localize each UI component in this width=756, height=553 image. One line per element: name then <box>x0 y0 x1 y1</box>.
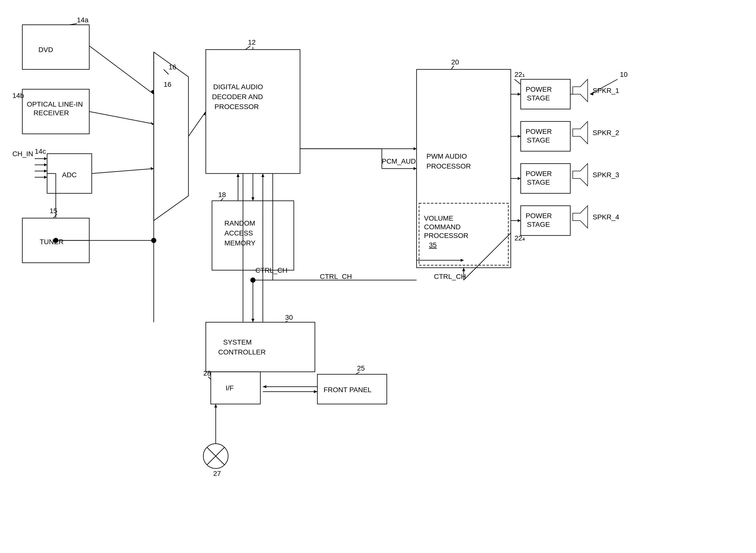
pwm-label1: PWM AUDIO <box>427 152 467 160</box>
svg-line-27 <box>451 66 454 69</box>
mux-shape <box>154 52 188 221</box>
ref-20: 20 <box>451 58 459 66</box>
vol-label2: COMMAND <box>424 223 461 231</box>
ref-27: 27 <box>213 470 221 477</box>
svg-marker-31 <box>518 93 521 96</box>
tuner-label: TUNER <box>40 238 64 246</box>
if-label: I/F <box>226 384 234 392</box>
front-panel-label: FRONT PANEL <box>323 386 371 394</box>
svg-marker-35 <box>518 177 521 180</box>
ref-22-1: 22₁ <box>515 71 525 78</box>
spkr-1-label: SPKR_1 <box>593 87 619 94</box>
svg-line-13 <box>89 46 154 94</box>
ram-label1: RANDOM <box>224 219 255 227</box>
pcm-aud-label: PCM_AUD <box>382 157 416 165</box>
power-stage-3-label2: STAGE <box>527 178 550 186</box>
svg-marker-4 <box>44 157 47 160</box>
power-stage-1-label1: POWER <box>526 85 552 93</box>
ctrl-ch-label-left: CTRL_CH <box>320 273 352 280</box>
ref-16b: 16 <box>169 63 176 71</box>
power-stage-1-label2: STAGE <box>527 94 550 102</box>
ctrl-ch-label-right: CTRL_CH <box>434 273 466 280</box>
svg-marker-24 <box>251 197 254 201</box>
ref-12: 12 <box>248 38 256 46</box>
ref-25: 25 <box>357 364 365 372</box>
svg-marker-29 <box>413 147 417 150</box>
svg-marker-37 <box>518 219 521 222</box>
svg-line-43 <box>356 372 360 374</box>
ref-14b: 14b <box>12 92 24 99</box>
ram-label2: ACCESS <box>224 229 253 237</box>
spkr-3-label: SPKR_3 <box>593 171 619 179</box>
speaker-4-icon <box>573 206 588 228</box>
svg-marker-51 <box>261 173 264 177</box>
power-stage-2-label1: POWER <box>526 128 552 135</box>
svg-marker-68 <box>461 259 464 262</box>
svg-line-42 <box>208 377 211 379</box>
ram-label3: MEMORY <box>224 239 256 247</box>
adc-label: ADC <box>62 171 77 179</box>
speaker-1-icon <box>573 79 588 102</box>
svg-marker-66 <box>462 268 465 271</box>
optical-label1: OPTICAL LINE-IN <box>27 100 83 108</box>
ref-35: 35 <box>429 241 437 249</box>
svg-marker-33 <box>518 135 521 138</box>
ref-18: 18 <box>218 191 226 199</box>
ref-14a: 14a <box>77 16 88 24</box>
ref-16: 16 <box>164 81 171 88</box>
chin-label: CH_IN <box>12 150 33 158</box>
power-stage-4-label1: POWER <box>526 212 552 220</box>
svg-line-73 <box>515 79 521 84</box>
power-stage-3-label1: POWER <box>526 170 552 177</box>
svg-marker-18 <box>151 167 154 170</box>
ref-15: 15 <box>50 207 57 215</box>
spkr-2-label: SPKR_2 <box>593 129 619 137</box>
svg-line-20 <box>221 198 223 201</box>
system-controller-label2: CONTROLLER <box>218 348 266 356</box>
dvd-box <box>22 25 89 69</box>
digital-audio-label3: PROCESSOR <box>215 103 259 110</box>
svg-marker-49 <box>251 319 254 322</box>
svg-marker-45 <box>263 385 266 388</box>
ref-22-4: 22₄ <box>515 234 525 242</box>
vol-label3: PROCESSOR <box>424 232 468 239</box>
svg-line-15 <box>89 111 154 124</box>
ref-28: 28 <box>203 369 211 377</box>
ctrl-ch-left-label: CTRL_CH <box>255 266 287 274</box>
junction-bus <box>151 238 156 243</box>
power-stage-2-label2: STAGE <box>527 136 550 144</box>
digital-audio-label2: DECODER AND <box>212 93 263 101</box>
digital-audio-label1: DIGITAL AUDIO <box>213 83 263 91</box>
pwm-label2: PROCESSOR <box>427 162 471 170</box>
ref-14c: 14c <box>35 148 46 155</box>
svg-line-40 <box>464 233 511 280</box>
svg-marker-8 <box>44 169 47 172</box>
svg-marker-6 <box>44 163 47 166</box>
svg-marker-72 <box>413 167 417 170</box>
dvd-label: DVD <box>39 46 53 54</box>
speaker-2-icon <box>573 122 588 144</box>
svg-line-12 <box>164 69 169 74</box>
optical-label2: RECEIVER <box>33 109 69 117</box>
system-controller-label1: SYSTEM <box>223 338 252 346</box>
speaker-3-icon <box>573 164 588 186</box>
system-controller-box <box>206 322 315 372</box>
ref-30: 30 <box>285 314 293 321</box>
if-box <box>211 372 260 404</box>
svg-line-21 <box>188 111 206 136</box>
power-stage-4-label2: STAGE <box>527 221 550 228</box>
spkr-4-label: SPKR_4 <box>593 213 619 221</box>
svg-marker-10 <box>44 176 47 179</box>
diagram-svg: text { font-family: Arial, sans-serif; f… <box>0 0 756 553</box>
svg-marker-47 <box>314 390 317 393</box>
ref-10-label: 10 <box>620 71 627 78</box>
digital-audio-box <box>206 50 300 173</box>
vol-label1: VOLUME <box>424 215 453 222</box>
svg-marker-26 <box>237 173 239 177</box>
svg-marker-61 <box>214 404 217 407</box>
svg-line-19 <box>245 46 250 50</box>
svg-line-17 <box>92 169 154 173</box>
